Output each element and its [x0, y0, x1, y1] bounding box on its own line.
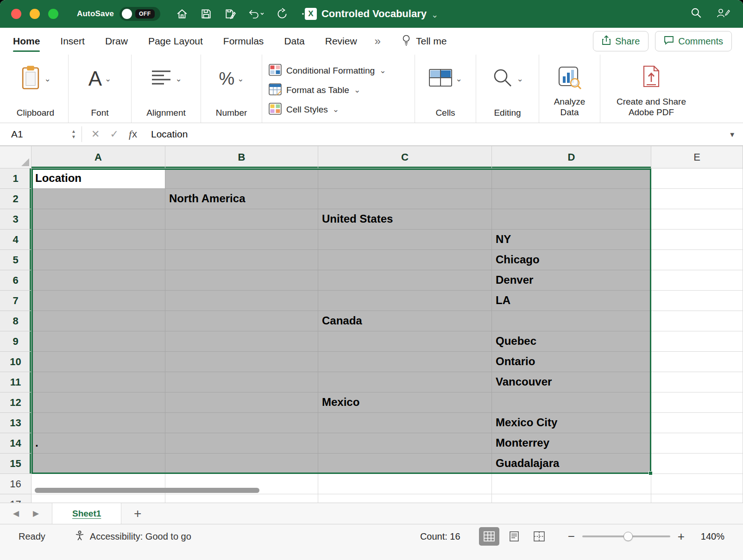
column-header-c[interactable]: C: [318, 146, 492, 168]
ribbon-group-cells[interactable]: ⌄ Cells: [415, 55, 476, 123]
cell-D16[interactable]: [492, 474, 651, 494]
cell-A3[interactable]: [31, 209, 165, 230]
close-window-button[interactable]: [11, 9, 21, 19]
cell-A11[interactable]: [31, 372, 165, 392]
ribbon-group-alignment[interactable]: ⌄ Alignment: [132, 55, 201, 123]
cell-A13[interactable]: [31, 413, 165, 433]
fill-handle[interactable]: [649, 471, 653, 475]
cell-E11[interactable]: [651, 372, 743, 392]
cell-C16[interactable]: [318, 474, 492, 494]
cell-A10[interactable]: [31, 352, 165, 372]
cell-C15[interactable]: [318, 454, 492, 474]
cell-D9[interactable]: Quebec: [492, 331, 651, 352]
cell-C7[interactable]: [318, 291, 492, 311]
cell-A1[interactable]: Location: [31, 168, 165, 189]
cell-D15[interactable]: Guadalajara: [492, 454, 651, 474]
page-layout-view-button[interactable]: [504, 527, 524, 546]
cell-A2[interactable]: [31, 189, 165, 209]
save-icon[interactable]: [200, 8, 212, 20]
select-all-corner[interactable]: [0, 146, 31, 168]
cell-B2[interactable]: North America: [165, 189, 318, 209]
cell-C3[interactable]: United States: [318, 209, 492, 230]
cell-E4[interactable]: [651, 230, 743, 250]
cell-C4[interactable]: [318, 230, 492, 250]
formula-input[interactable]: Location: [151, 129, 188, 140]
sheet-nav-left-icon[interactable]: ◀: [13, 509, 19, 518]
cell-B12[interactable]: [165, 392, 318, 413]
row-header-15[interactable]: 15: [0, 454, 31, 474]
row-header-16[interactable]: 16: [0, 474, 31, 494]
tab-formulas[interactable]: Formulas: [223, 28, 264, 55]
cell-B6[interactable]: [165, 270, 318, 291]
cell-A5[interactable]: [31, 250, 165, 270]
row-header-7[interactable]: 7: [0, 291, 31, 311]
tab-home[interactable]: Home: [13, 28, 40, 55]
row-header-9[interactable]: 9: [0, 331, 31, 352]
cell-B11[interactable]: [165, 372, 318, 392]
row-header-10[interactable]: 10: [0, 352, 31, 372]
title-chevron-icon[interactable]: ⌄: [431, 10, 438, 20]
ribbon-group-clipboard[interactable]: ⌄ Clipboard: [3, 55, 69, 123]
cell-E12[interactable]: [651, 392, 743, 413]
cell-D1[interactable]: [492, 168, 651, 189]
page-break-view-button[interactable]: [529, 527, 549, 546]
cell-styles-button[interactable]: Cell Styles ⌄: [265, 101, 412, 118]
normal-view-button[interactable]: [479, 527, 499, 546]
cell-E6[interactable]: [651, 270, 743, 291]
cell-E7[interactable]: [651, 291, 743, 311]
cell-B13[interactable]: [165, 413, 318, 433]
share-button[interactable]: Share: [593, 31, 649, 51]
cell-B15[interactable]: [165, 454, 318, 474]
add-sheet-button[interactable]: +: [121, 503, 154, 524]
cell-C17[interactable]: [318, 494, 492, 503]
cell-D12[interactable]: [492, 392, 651, 413]
cell-D7[interactable]: LA: [492, 291, 651, 311]
row-header-3[interactable]: 3: [0, 209, 31, 230]
insert-function-icon[interactable]: fx: [129, 128, 137, 140]
name-box-stepper[interactable]: ▲▼: [69, 129, 79, 139]
cell-E15[interactable]: [651, 454, 743, 474]
cell-B3[interactable]: [165, 209, 318, 230]
cell-A9[interactable]: [31, 331, 165, 352]
zoom-out-button[interactable]: −: [568, 530, 575, 542]
undo-icon[interactable]: [248, 8, 264, 20]
zoom-in-button[interactable]: +: [678, 530, 685, 542]
row-header-12[interactable]: 12: [0, 392, 31, 413]
cell-E2[interactable]: [651, 189, 743, 209]
cell-C12[interactable]: Mexico: [318, 392, 492, 413]
cell-D17[interactable]: [492, 494, 651, 503]
zoom-slider[interactable]: [582, 535, 670, 537]
name-box[interactable]: A1: [0, 123, 69, 145]
cell-D3[interactable]: [492, 209, 651, 230]
cell-B14[interactable]: [165, 433, 318, 454]
cell-E10[interactable]: [651, 352, 743, 372]
cell-D5[interactable]: Chicago: [492, 250, 651, 270]
cell-A14[interactable]: .: [31, 433, 165, 454]
cell-C9[interactable]: [318, 331, 492, 352]
tell-me-control[interactable]: Tell me: [401, 34, 447, 49]
cell-C11[interactable]: [318, 372, 492, 392]
cell-A4[interactable]: [31, 230, 165, 250]
column-header-d[interactable]: D: [492, 146, 651, 168]
cell-A15[interactable]: [31, 454, 165, 474]
cell-D13[interactable]: Mexico City: [492, 413, 651, 433]
cell-E14[interactable]: [651, 433, 743, 454]
row-header-17[interactable]: 17: [0, 494, 31, 503]
row-header-11[interactable]: 11: [0, 372, 31, 392]
cell-E17[interactable]: [651, 494, 743, 503]
cell-B7[interactable]: [165, 291, 318, 311]
cell-D8[interactable]: [492, 311, 651, 331]
row-header-1[interactable]: 1: [0, 168, 31, 189]
cell-D4[interactable]: NY: [492, 230, 651, 250]
format-as-table-button[interactable]: Format as Table ⌄: [265, 81, 412, 99]
ribbon-group-font[interactable]: A ⌄ Font: [69, 55, 132, 123]
tab-data[interactable]: Data: [284, 28, 304, 55]
cell-B10[interactable]: [165, 352, 318, 372]
column-header-b[interactable]: B: [165, 146, 318, 168]
cell-D14[interactable]: Monterrey: [492, 433, 651, 454]
home-icon[interactable]: [176, 8, 188, 20]
sheet-nav-right-icon[interactable]: ▶: [33, 509, 39, 518]
comments-button[interactable]: Comments: [655, 31, 732, 51]
cell-A8[interactable]: [31, 311, 165, 331]
cell-E9[interactable]: [651, 331, 743, 352]
